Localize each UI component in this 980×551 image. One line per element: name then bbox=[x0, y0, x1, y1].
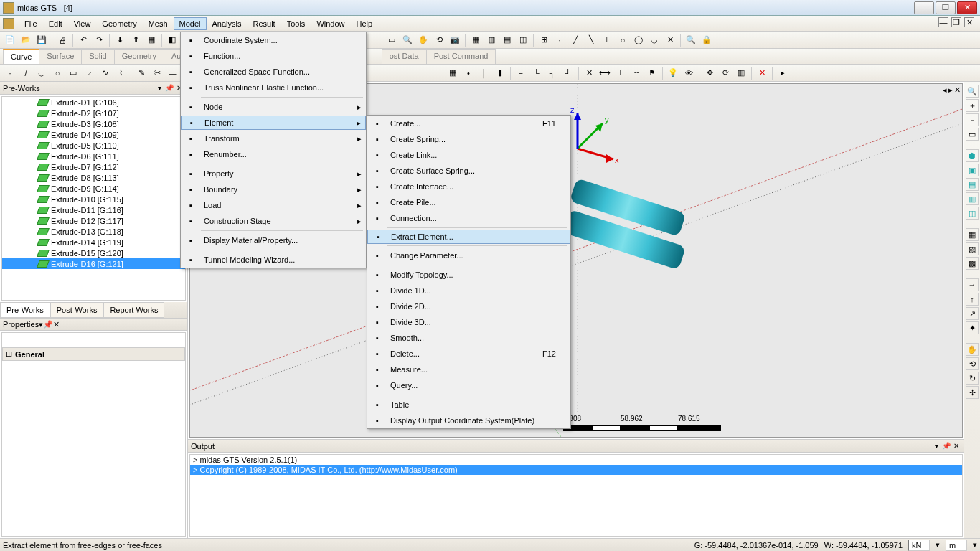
tree-item[interactable]: Extrude-D1 [G:106] bbox=[2, 97, 185, 108]
axis-y-icon[interactable]: ↑ bbox=[966, 293, 979, 306]
tab-geometry[interactable]: Geometry bbox=[114, 49, 164, 64]
layer-icon[interactable]: ◫ bbox=[516, 33, 530, 47]
tab-postcommand[interactable]: Post Command bbox=[426, 49, 496, 64]
menu-item[interactable]: ▪Coordinate System... bbox=[181, 32, 366, 48]
rect-icon[interactable]: ▭ bbox=[66, 66, 80, 80]
tree-item[interactable]: Extrude-D5 [G:110] bbox=[2, 140, 185, 151]
apply-icon[interactable]: ▸ bbox=[776, 66, 790, 80]
axis-z-icon[interactable]: ↗ bbox=[966, 307, 979, 320]
new-button[interactable]: 📄 bbox=[3, 33, 17, 47]
snap-line-icon[interactable]: ╲ bbox=[584, 33, 598, 47]
tree-item[interactable]: Extrude-D12 [G:117] bbox=[2, 215, 185, 226]
chevron-down-icon[interactable]: ▾ bbox=[931, 441, 941, 451]
menu-item[interactable]: ▪Create Surface Spring... bbox=[367, 163, 570, 179]
menu-item[interactable]: ▪Connection... bbox=[367, 210, 570, 226]
menu-item[interactable]: ▪Display Output Coordinate System(Plate) bbox=[367, 413, 570, 428]
corner-icon[interactable]: ┐ bbox=[545, 66, 560, 80]
tab-surface[interactable]: Surface bbox=[39, 49, 82, 64]
menu-file[interactable]: File bbox=[19, 17, 43, 30]
print-button[interactable]: 🖨 bbox=[55, 33, 70, 47]
snap-circle-icon[interactable]: ○ bbox=[616, 33, 630, 47]
menu-item[interactable]: ▪Table bbox=[367, 397, 570, 413]
menu-item[interactable]: ▪Load▸ bbox=[181, 197, 366, 213]
delete-icon[interactable]: ✕ bbox=[755, 66, 769, 80]
save-button[interactable]: 💾 bbox=[34, 33, 49, 47]
chevron-down-icon[interactable]: ▾ bbox=[154, 83, 164, 93]
unit-force[interactable]: kN bbox=[908, 540, 930, 551]
menu-item[interactable]: ▪Measure... bbox=[367, 362, 570, 377]
menu-item[interactable]: ▪Create Spring... bbox=[367, 131, 570, 147]
menu-item[interactable]: ▪Divide 1D... bbox=[367, 283, 570, 298]
zoom-out-icon[interactable]: － bbox=[966, 113, 979, 126]
wireframe-icon[interactable]: ▦ bbox=[966, 228, 979, 241]
mdi-restore-button[interactable]: ❐ bbox=[951, 17, 961, 27]
camera-icon[interactable]: 📷 bbox=[448, 33, 462, 47]
tree-item[interactable]: Extrude-D3 [G:108] bbox=[2, 118, 185, 129]
menu-geometry[interactable]: Geometry bbox=[96, 17, 142, 30]
menu-item[interactable]: ▪Property▸ bbox=[181, 166, 366, 182]
minimize-button[interactable]: — bbox=[914, 1, 934, 14]
tab-solid[interactable]: Solid bbox=[81, 49, 114, 64]
edge-icon[interactable]: │ bbox=[477, 66, 491, 80]
dash-icon[interactable]: ╌ bbox=[629, 66, 644, 80]
menu-item[interactable]: ▪Element▸ bbox=[181, 116, 366, 130]
tree-item[interactable]: Extrude-D10 [G:115] bbox=[2, 194, 185, 204]
category-general[interactable]: ⊞ General bbox=[2, 347, 185, 361]
snap-grid-icon[interactable]: ⊞ bbox=[537, 33, 551, 47]
menu-edit[interactable]: Edit bbox=[43, 17, 68, 30]
prev-icon[interactable]: ◂ bbox=[943, 85, 947, 95]
snap-circle-icon[interactable]: ◯ bbox=[631, 33, 646, 47]
menu-tools[interactable]: Tools bbox=[281, 17, 311, 30]
intersect-icon[interactable]: ✕ bbox=[582, 66, 596, 80]
snap-end-icon[interactable]: ⊥ bbox=[600, 33, 614, 47]
tab-postdata[interactable]: ost Data bbox=[382, 49, 427, 64]
trim-icon[interactable]: ✂ bbox=[150, 66, 164, 80]
redo-button[interactable]: ↷ bbox=[92, 33, 106, 47]
zoom-in-icon[interactable]: ＋ bbox=[966, 99, 979, 112]
perspective-icon[interactable]: ◫ bbox=[966, 207, 979, 220]
orbit-icon[interactable]: ↻ bbox=[966, 372, 979, 385]
tool-icon[interactable]: ⬆ bbox=[128, 33, 143, 47]
close-icon[interactable]: ✕ bbox=[954, 85, 961, 95]
polyline-icon[interactable]: ⟋ bbox=[82, 66, 96, 80]
menu-analysis[interactable]: Analysis bbox=[207, 17, 248, 30]
dim-icon[interactable]: ⊥ bbox=[613, 66, 628, 80]
zoom-icon[interactable]: 🔍 bbox=[400, 33, 415, 47]
anchor-icon[interactable]: ✢ bbox=[966, 386, 979, 399]
corner-icon[interactable]: ⌐ bbox=[514, 66, 528, 80]
close-button[interactable]: ✕ bbox=[957, 1, 977, 14]
hidden-icon[interactable]: ▩ bbox=[966, 257, 979, 270]
mdi-close-button[interactable]: ✕ bbox=[964, 17, 974, 27]
pan-icon[interactable]: ✋ bbox=[966, 343, 979, 356]
menu-item[interactable]: ▪Function... bbox=[181, 48, 366, 64]
output-line[interactable]: > Copyright (C) 1989-2008, MIDAS IT Co.,… bbox=[190, 465, 962, 475]
point-icon[interactable]: · bbox=[3, 66, 17, 80]
menu-item[interactable]: ▪Display Material/Property... bbox=[181, 232, 366, 248]
tab-postworks[interactable]: Post-Works bbox=[50, 302, 104, 318]
grid-icon[interactable]: ▦ bbox=[468, 33, 483, 47]
magnify-icon[interactable]: 🔍 bbox=[684, 33, 698, 47]
axis-x-icon[interactable]: → bbox=[966, 278, 979, 291]
tab-reportworks[interactable]: Report Works bbox=[103, 302, 164, 318]
menu-item[interactable]: ▪Node▸ bbox=[181, 99, 366, 115]
menu-item[interactable]: ▪Generalized Space Function... bbox=[181, 64, 366, 80]
tree-item[interactable]: Extrude-D6 [G:111] bbox=[2, 151, 185, 161]
menu-model[interactable]: Model bbox=[174, 17, 207, 30]
open-button[interactable]: 📂 bbox=[19, 33, 33, 47]
arc-icon[interactable]: ◡ bbox=[34, 66, 49, 80]
menu-help[interactable]: Help bbox=[351, 17, 379, 30]
dropdown-icon[interactable]: ▾ bbox=[936, 540, 940, 550]
menu-item[interactable]: ▪Create Link... bbox=[367, 147, 570, 163]
menu-item[interactable]: ▪Divide 2D... bbox=[367, 298, 570, 314]
output-body[interactable]: > midas GTS Version 2.5.1(1)> Copyright … bbox=[189, 454, 963, 537]
select-icon[interactable]: ▭ bbox=[385, 33, 399, 47]
tree-item[interactable]: Extrude-D2 [G:107] bbox=[2, 108, 185, 118]
menu-item[interactable]: ▪Extract Element... bbox=[367, 230, 570, 244]
menu-item[interactable]: ▪Delete...F12 bbox=[367, 346, 570, 362]
menu-item[interactable]: ▪Modify Topology... bbox=[367, 267, 570, 283]
tree-item[interactable]: Extrude-D15 [G:120] bbox=[2, 248, 185, 258]
tree-item[interactable]: Extrude-D9 [G:114] bbox=[2, 183, 185, 194]
eye-icon[interactable]: 👁 bbox=[682, 66, 696, 80]
expand-icon[interactable]: ⊞ bbox=[6, 349, 12, 359]
pin-icon[interactable]: 📌 bbox=[43, 320, 53, 329]
